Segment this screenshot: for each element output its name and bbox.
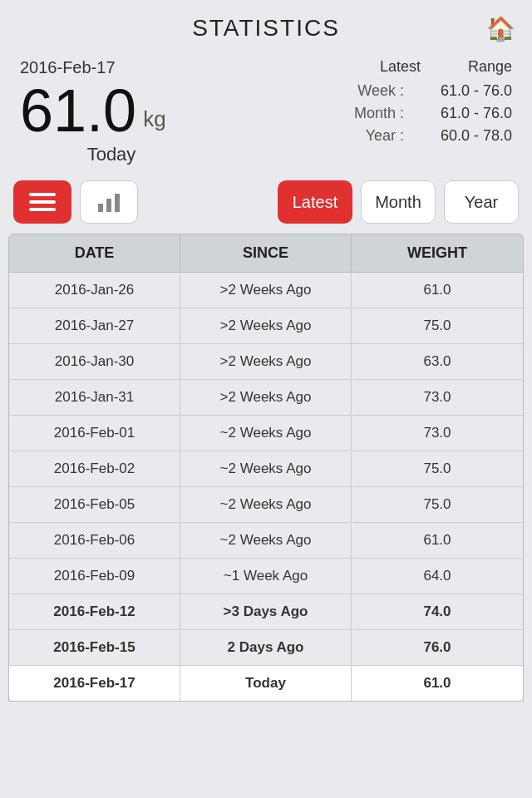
table-row: 2016-Feb-02~2 Weeks Ago75.0 bbox=[9, 451, 523, 487]
col-date: DATE bbox=[9, 234, 180, 272]
range-header: Latest Range bbox=[203, 58, 512, 76]
cell-since: ~2 Weeks Ago bbox=[180, 487, 352, 522]
cell-since: 2 Days Ago bbox=[180, 630, 352, 665]
cell-date: 2016-Feb-05 bbox=[9, 487, 180, 522]
range-col-header: Range bbox=[446, 58, 512, 76]
weight-unit: kg bbox=[143, 106, 165, 132]
cell-weight: 75.0 bbox=[352, 451, 523, 486]
cell-weight: 63.0 bbox=[352, 344, 523, 379]
cell-since: ~1 Week Ago bbox=[180, 559, 352, 594]
cell-weight: 74.0 bbox=[352, 594, 523, 629]
year-value: 60.0 - 78.0 bbox=[429, 127, 512, 145]
cell-date: 2016-Feb-02 bbox=[9, 451, 180, 486]
home-icon[interactable]: 🏠 bbox=[486, 15, 515, 42]
table-row: 2016-Jan-31>2 Weeks Ago73.0 bbox=[9, 380, 523, 416]
svg-rect-5 bbox=[115, 194, 120, 212]
cell-weight: 61.0 bbox=[352, 523, 523, 558]
svg-rect-2 bbox=[29, 208, 56, 211]
cell-date: 2016-Feb-01 bbox=[9, 416, 180, 451]
table-row: 2016-Feb-06~2 Weeks Ago61.0 bbox=[9, 523, 523, 559]
header: STATISTICS 🏠 bbox=[0, 0, 532, 50]
cell-since: ~2 Weeks Ago bbox=[180, 416, 352, 451]
cell-since: >2 Weeks Ago bbox=[180, 380, 352, 415]
col-since: SINCE bbox=[180, 234, 352, 272]
table-header: DATE SINCE WEIGHT bbox=[8, 234, 524, 273]
list-view-button[interactable] bbox=[13, 180, 71, 224]
month-value: 61.0 - 76.0 bbox=[429, 105, 512, 122]
page-title: STATISTICS bbox=[192, 15, 340, 42]
left-info: 2016-Feb-17 61.0 kg Today bbox=[20, 58, 203, 165]
chart-icon bbox=[96, 192, 121, 212]
cell-weight: 75.0 bbox=[352, 487, 523, 522]
table-row: 2016-Jan-30>2 Weeks Ago63.0 bbox=[9, 344, 523, 380]
cell-weight: 64.0 bbox=[352, 559, 523, 594]
top-info: 2016-Feb-17 61.0 kg Today Latest Range W… bbox=[0, 50, 532, 170]
cell-weight: 73.0 bbox=[352, 416, 523, 451]
month-tab[interactable]: Month bbox=[361, 180, 436, 224]
latest-col-header: Latest bbox=[354, 58, 421, 76]
range-row-month: Month : 61.0 - 76.0 bbox=[203, 105, 512, 122]
table-row: 2016-Feb-17Today61.0 bbox=[9, 666, 523, 701]
latest-tab[interactable]: Latest bbox=[278, 180, 352, 224]
col-weight: WEIGHT bbox=[352, 234, 523, 272]
cell-date: 2016-Jan-26 bbox=[9, 273, 180, 308]
cell-date: 2016-Feb-17 bbox=[9, 666, 180, 701]
cell-weight: 75.0 bbox=[352, 308, 523, 343]
svg-rect-1 bbox=[29, 200, 56, 204]
toolbar: Latest Month Year bbox=[0, 170, 532, 234]
year-tab[interactable]: Year bbox=[444, 180, 519, 224]
table-row: 2016-Feb-12>3 Days Ago74.0 bbox=[9, 594, 523, 630]
cell-date: 2016-Feb-12 bbox=[9, 594, 180, 629]
chart-view-button[interactable] bbox=[80, 180, 138, 224]
table-row: 2016-Jan-27>2 Weeks Ago75.0 bbox=[9, 308, 523, 344]
table-row: 2016-Jan-26>2 Weeks Ago61.0 bbox=[9, 273, 523, 308]
weight-display: 61.0 kg bbox=[20, 81, 203, 140]
table-row: 2016-Feb-05~2 Weeks Ago75.0 bbox=[9, 487, 523, 523]
table-body: 2016-Jan-26>2 Weeks Ago61.02016-Jan-27>2… bbox=[8, 273, 524, 702]
range-row-year: Year : 60.0 - 78.0 bbox=[203, 127, 512, 145]
data-table: DATE SINCE WEIGHT 2016-Jan-26>2 Weeks Ag… bbox=[8, 234, 524, 702]
table-row: 2016-Feb-09~1 Week Ago64.0 bbox=[9, 559, 523, 594]
cell-since: >2 Weeks Ago bbox=[180, 308, 352, 343]
cell-weight: 61.0 bbox=[352, 666, 523, 701]
cell-since: Today bbox=[180, 666, 352, 701]
table-row: 2016-Feb-152 Days Ago76.0 bbox=[9, 630, 523, 666]
cell-date: 2016-Feb-15 bbox=[9, 630, 180, 665]
week-period: Week : bbox=[337, 82, 404, 100]
cell-date: 2016-Feb-09 bbox=[9, 559, 180, 594]
today-label: Today bbox=[20, 144, 203, 165]
svg-rect-3 bbox=[98, 204, 103, 212]
list-icon bbox=[29, 193, 56, 211]
range-row-week: Week : 61.0 - 76.0 bbox=[203, 82, 512, 100]
current-date: 2016-Feb-17 bbox=[20, 58, 203, 77]
cell-date: 2016-Jan-31 bbox=[9, 380, 180, 415]
cell-date: 2016-Feb-06 bbox=[9, 523, 180, 558]
year-period: Year : bbox=[337, 127, 404, 145]
table-row: 2016-Feb-01~2 Weeks Ago73.0 bbox=[9, 416, 523, 451]
cell-date: 2016-Jan-27 bbox=[9, 308, 180, 343]
cell-since: >2 Weeks Ago bbox=[180, 273, 352, 308]
svg-rect-4 bbox=[106, 199, 111, 212]
week-value: 61.0 - 76.0 bbox=[429, 82, 512, 100]
cell-since: ~2 Weeks Ago bbox=[180, 451, 352, 486]
cell-weight: 73.0 bbox=[352, 380, 523, 415]
right-info: Latest Range Week : 61.0 - 76.0 Month : … bbox=[203, 58, 512, 165]
cell-since: >3 Days Ago bbox=[180, 594, 352, 629]
cell-date: 2016-Jan-30 bbox=[9, 344, 180, 379]
cell-since: ~2 Weeks Ago bbox=[180, 523, 352, 558]
cell-weight: 76.0 bbox=[352, 630, 523, 665]
cell-weight: 61.0 bbox=[352, 273, 523, 308]
weight-value: 61.0 bbox=[20, 81, 136, 140]
month-period: Month : bbox=[337, 105, 404, 122]
svg-rect-0 bbox=[29, 193, 56, 196]
cell-since: >2 Weeks Ago bbox=[180, 344, 352, 379]
